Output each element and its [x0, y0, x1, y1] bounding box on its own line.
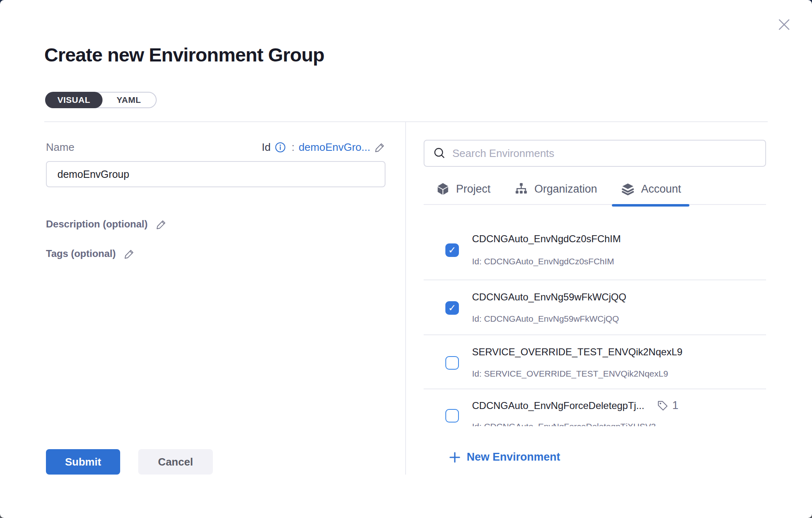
pencil-icon [374, 142, 385, 153]
environment-row[interactable]: SERVICE_OVERRIDE_TEST_ENVQik2NqexL9 Id: … [424, 335, 766, 389]
edit-tags-button[interactable] [124, 248, 135, 259]
name-id-row: Name Id : demoEnvGro... [46, 141, 385, 154]
tab-label: Account [641, 183, 681, 195]
tab-label: Project [456, 183, 490, 195]
plus-icon [449, 451, 461, 463]
visual-yaml-toggle: VISUAL YAML [45, 92, 157, 108]
env-texts: SERVICE_OVERRIDE_TEST_ENVQik2NqexL9 Id: … [472, 346, 682, 379]
name-input[interactable] [46, 161, 385, 187]
scope-tabs: Project Organization Account [424, 182, 766, 205]
environments-panel: Project Organization Account [424, 122, 766, 475]
edit-id-button[interactable] [374, 142, 385, 153]
toggle-visual[interactable]: VISUAL [45, 92, 103, 108]
env-texts: CDCNGAuto_EnvNgForceDeletegpTj... 1 Id: … [472, 399, 678, 426]
description-label: Description (optional) [46, 218, 148, 230]
env-checkbox[interactable] [445, 409, 459, 423]
environment-row[interactable]: CDCNGAuto_EnvNgdCz0sFChIM Id: CDCNGAuto_… [424, 205, 766, 280]
cube-icon [436, 182, 450, 196]
env-name: CDCNGAuto_EnvNg59wFkWCjQQ [472, 291, 626, 303]
name-label: Name [46, 141, 74, 154]
id-label: Id [262, 141, 271, 154]
env-name: SERVICE_OVERRIDE_TEST_ENVQik2NqexL9 [472, 346, 682, 358]
cancel-button[interactable]: Cancel [138, 449, 213, 475]
env-name: CDCNGAuto_EnvNgForceDeletegpTj... [472, 400, 644, 412]
info-icon[interactable] [275, 142, 286, 153]
env-texts: CDCNGAuto_EnvNg59wFkWCjQQ Id: CDCNGAuto_… [472, 291, 626, 325]
tab-label: Organization [534, 183, 597, 195]
org-chart-icon [514, 182, 528, 196]
toggle-yaml[interactable]: YAML [102, 93, 156, 107]
search-box [424, 140, 766, 167]
tab-organization[interactable]: Organization [514, 182, 597, 196]
column-divider [405, 122, 406, 475]
env-checkbox[interactable] [445, 243, 459, 257]
page-title: Create new Environment Group [44, 43, 324, 66]
environment-row[interactable]: CDCNGAuto_EnvNgForceDeletegpTj... 1 Id: … [424, 389, 766, 426]
form-column: Name Id : demoEnvGro... [44, 122, 405, 475]
submit-button[interactable]: Submit [46, 449, 120, 475]
pencil-icon [156, 219, 167, 230]
description-row: Description (optional) [46, 218, 385, 230]
tab-account[interactable]: Account [621, 182, 681, 196]
tags-label: Tags (optional) [46, 248, 116, 259]
active-tab-indicator [612, 204, 689, 207]
env-checkbox[interactable] [445, 301, 459, 315]
edit-description-button[interactable] [156, 219, 167, 230]
create-environment-group-dialog: Create new Environment Group VISUAL YAML… [0, 0, 812, 518]
pencil-icon [124, 248, 135, 259]
environment-row[interactable]: CDCNGAuto_EnvNg59wFkWCjQQ Id: CDCNGAuto_… [424, 280, 766, 335]
tag-badge: 1 [657, 399, 678, 412]
environment-list: CDCNGAuto_EnvNgdCz0sFChIM Id: CDCNGAuto_… [424, 205, 766, 426]
dialog-body: Name Id : demoEnvGro... [44, 122, 768, 475]
env-name: CDCNGAuto_EnvNgdCz0sFChIM [472, 233, 621, 245]
close-icon [776, 17, 792, 32]
id-separator: : [292, 141, 294, 154]
tab-project[interactable]: Project [436, 182, 490, 196]
layers-icon [621, 182, 635, 196]
identifier-group: Id : demoEnvGro... [262, 141, 385, 154]
env-id: Id: CDCNGAuto_EnvNgdCz0sFChIM [472, 256, 621, 267]
tags-row: Tags (optional) [46, 248, 385, 259]
close-button[interactable] [775, 16, 793, 34]
tag-icon [657, 400, 669, 412]
new-environment-label: New Environment [467, 451, 560, 463]
env-id: Id: CDCNGAuto_EnvNgForceDeletegpTjXHSV3 [472, 421, 678, 426]
env-texts: CDCNGAuto_EnvNgdCz0sFChIM Id: CDCNGAuto_… [472, 233, 621, 267]
env-checkbox[interactable] [445, 356, 459, 370]
dialog-actions: Submit Cancel [46, 449, 385, 475]
id-value: demoEnvGro... [299, 141, 370, 154]
search-icon [433, 147, 446, 159]
env-id: Id: SERVICE_OVERRIDE_TEST_ENVQik2NqexL9 [472, 368, 682, 379]
env-id: Id: CDCNGAuto_EnvNg59wFkWCjQQ [472, 313, 626, 325]
search-input[interactable] [452, 147, 756, 160]
new-environment-button[interactable]: New Environment [424, 451, 766, 463]
tag-count: 1 [672, 399, 678, 412]
